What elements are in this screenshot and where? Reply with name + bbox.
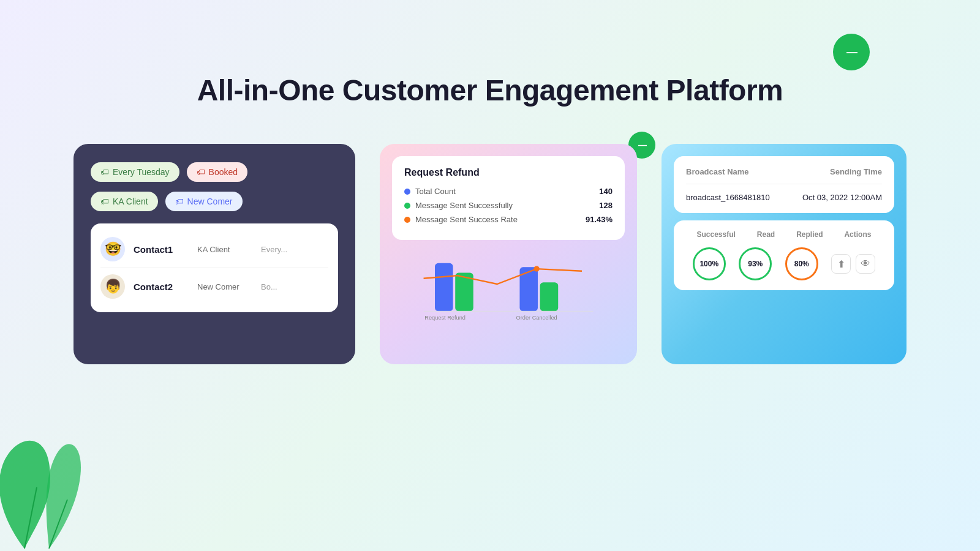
svg-rect-3 [540, 282, 559, 311]
stat-row-total: Total Count 140 [404, 187, 612, 196]
svg-text:Order Cancelled: Order Cancelled [516, 315, 557, 321]
card-contacts: 🏷 Every Tuesday 🏷 Booked 🏷 KA Client 🏷 N… [74, 144, 355, 364]
value-rate: 91.43% [586, 215, 612, 224]
tags-row-2: 🏷 KA Client 🏷 New Comer [91, 192, 338, 211]
label-sent: Message Sent Successfully [415, 201, 513, 210]
eye-icon: 👁 [861, 258, 870, 269]
analytics-panel: Request Refund Total Count 140 Message S… [392, 156, 625, 240]
tag-ka-client[interactable]: 🏷 KA Client [91, 192, 158, 211]
col-read: Read [757, 230, 775, 239]
metric-replied: 80% [785, 247, 818, 280]
upload-icon: ⬆ [837, 258, 845, 270]
stat-row-sent: Message Sent Successfully 128 [404, 201, 612, 210]
broadcast-table: Broadcast Name Sending Time broadcast_16… [674, 156, 894, 213]
broadcast-table-header: Broadcast Name Sending Time [686, 167, 882, 184]
tag-tuesday-icon: 🏷 [100, 167, 109, 177]
cards-container: 🏷 Every Tuesday 🏷 Booked 🏷 KA Client 🏷 N… [0, 107, 980, 364]
broadcast-data-row[interactable]: broadcast_1668481810 Oct 03, 2022 12:00A… [686, 193, 882, 202]
metrics-header: Successful Read Replied Actions [686, 230, 882, 239]
chart-area: Request Refund Order Cancelled [392, 247, 625, 323]
tag-tuesday[interactable]: 🏷 Every Tuesday [91, 162, 179, 182]
contact-item-2[interactable]: 👦 Contact2 New Comer Bo... [100, 268, 328, 305]
tag-newcomer-icon: 🏷 [175, 197, 184, 206]
col-sending-time: Sending Time [830, 167, 882, 176]
analytics-chart: Request Refund Order Cancelled [398, 247, 619, 321]
metric-replied-value: 80% [794, 260, 809, 268]
contacts-list: 🤓 Contact1 KA Client Every... 👦 Contact2… [91, 223, 338, 312]
contact2-name: Contact2 [134, 282, 189, 292]
contact2-avatar: 👦 [100, 274, 125, 299]
contact1-tag: KA Client [197, 245, 252, 254]
analytics-title: Request Refund [404, 167, 612, 178]
metrics-panel: Successful Read Replied Actions 100% 93%… [674, 220, 894, 290]
col-successful: Successful [696, 230, 735, 239]
metric-read: 93% [739, 247, 772, 280]
contact2-extra: Bo... [261, 282, 277, 291]
card-analytics: Request Refund Total Count 140 Message S… [380, 144, 637, 364]
tag-ka-label: KA Client [113, 197, 148, 206]
label-total-count: Total Count [415, 187, 456, 196]
tag-booked-icon: 🏷 [197, 167, 205, 177]
leaf-decoration [0, 414, 110, 551]
col-actions: Actions [844, 230, 871, 239]
tag-newcomer-label: New Comer [187, 197, 233, 206]
tag-booked[interactable]: 🏷 Booked [187, 162, 247, 182]
metric-successful: 100% [693, 247, 726, 280]
action-view-button[interactable]: 👁 [856, 254, 875, 274]
svg-rect-0 [435, 263, 453, 311]
card-broadcast: Broadcast Name Sending Time broadcast_16… [662, 144, 907, 364]
tag-tuesday-label: Every Tuesday [113, 167, 170, 177]
broadcast-time-value: Oct 03, 2022 12:00AM [802, 193, 882, 202]
dot-sent [404, 203, 410, 209]
tag-ka-icon: 🏷 [100, 197, 109, 206]
broadcast-name-value: broadcast_1668481810 [686, 193, 770, 202]
contact1-extra: Every... [261, 245, 287, 254]
dot-rate [404, 217, 410, 223]
tags-row-1: 🏷 Every Tuesday 🏷 Booked [91, 162, 338, 182]
contact-item-1[interactable]: 🤓 Contact1 KA Client Every... [100, 231, 328, 268]
col-replied: Replied [796, 230, 823, 239]
action-upload-button[interactable]: ⬆ [831, 254, 851, 274]
value-total-count: 140 [599, 187, 612, 196]
svg-point-4 [534, 266, 540, 271]
metrics-values-row: 100% 93% 80% ⬆ 👁 [686, 247, 882, 280]
tag-new-comer[interactable]: 🏷 New Comer [165, 192, 243, 211]
metric-successful-value: 100% [699, 260, 718, 268]
contact1-name: Contact1 [134, 244, 189, 255]
metric-read-value: 93% [748, 260, 763, 268]
label-rate: Message Sent Success Rate [415, 215, 518, 224]
dot-total-count [404, 189, 410, 195]
contact2-tag: New Comer [197, 282, 252, 291]
stat-row-rate: Message Sent Success Rate 91.43% [404, 215, 612, 224]
value-sent: 128 [599, 201, 612, 210]
col-broadcast-name: Broadcast Name [686, 167, 749, 176]
deco-circle-top [833, 34, 870, 70]
contact1-avatar: 🤓 [100, 237, 125, 261]
svg-text:Request Refund: Request Refund [424, 315, 466, 321]
tag-booked-label: Booked [209, 167, 238, 177]
